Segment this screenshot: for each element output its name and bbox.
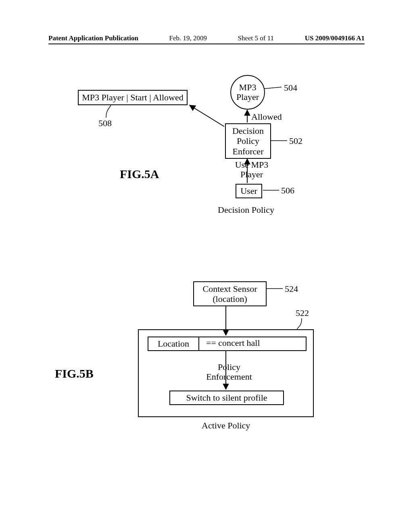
policy-enforcement-label: Policy Enforcement bbox=[191, 362, 267, 382]
ref-506: 506 bbox=[281, 185, 294, 196]
fig5b-label: FIG.5B bbox=[55, 367, 94, 380]
user-text: User bbox=[240, 186, 257, 196]
switch-text: Switch to silent profile bbox=[186, 393, 267, 403]
ref-522: 522 bbox=[296, 308, 309, 318]
svg-line-3 bbox=[264, 87, 282, 89]
location-row-border bbox=[148, 337, 307, 351]
mp3-player-circle: MP3 Player bbox=[230, 75, 265, 110]
enforcer-l3: Enforcer bbox=[233, 146, 264, 156]
enforcer-l2: Policy bbox=[237, 136, 259, 146]
doc-header: Patent Application Publication Feb. 19, … bbox=[48, 34, 365, 42]
page: Patent Application Publication Feb. 19, … bbox=[0, 0, 413, 532]
ref-504: 504 bbox=[284, 83, 297, 93]
context-sensor-box: Context Sensor (location) bbox=[193, 281, 267, 306]
header-pubno: US 2009/0049166 A1 bbox=[305, 34, 365, 42]
decision-policy-enforcer-box: Decision Policy Enforcer bbox=[225, 123, 271, 159]
use-mp3-label: Use MP3 Player bbox=[229, 160, 274, 179]
allowed-label: Allowed bbox=[251, 112, 282, 122]
header-rule bbox=[48, 44, 365, 44]
use-l1: Use MP3 bbox=[235, 160, 269, 170]
sensor-l1: Context Sensor bbox=[202, 284, 257, 294]
active-policy-caption: Active Policy bbox=[202, 420, 250, 431]
mp3-circle-l1: MP3 bbox=[239, 83, 257, 92]
header-left: Patent Application Publication bbox=[48, 34, 138, 42]
enforce-l2: Enforcement bbox=[206, 372, 252, 382]
ref-524: 524 bbox=[285, 284, 298, 294]
header-date: Feb. 19, 2009 bbox=[169, 34, 207, 42]
fig5a-label: FIG.5A bbox=[120, 167, 159, 181]
user-box: User bbox=[236, 184, 262, 198]
rule-text: MP3 Player | Start | Allowed bbox=[82, 92, 183, 102]
decision-policy-caption: Decision Policy bbox=[218, 205, 274, 215]
rule-box: MP3 Player | Start | Allowed bbox=[78, 90, 188, 105]
svg-line-2 bbox=[190, 105, 224, 127]
ref-502: 502 bbox=[289, 136, 302, 146]
header-sheet: Sheet 5 of 11 bbox=[238, 34, 274, 42]
use-l2: Player bbox=[240, 169, 263, 179]
ref-508: 508 bbox=[98, 118, 112, 129]
enforce-l1: Policy bbox=[218, 362, 240, 372]
mp3-circle-l2: Player bbox=[236, 92, 259, 102]
connector-overlay bbox=[0, 0, 413, 532]
switch-box: Switch to silent profile bbox=[169, 391, 284, 405]
sensor-l2: (location) bbox=[213, 294, 247, 304]
enforcer-l1: Decision bbox=[232, 126, 264, 136]
